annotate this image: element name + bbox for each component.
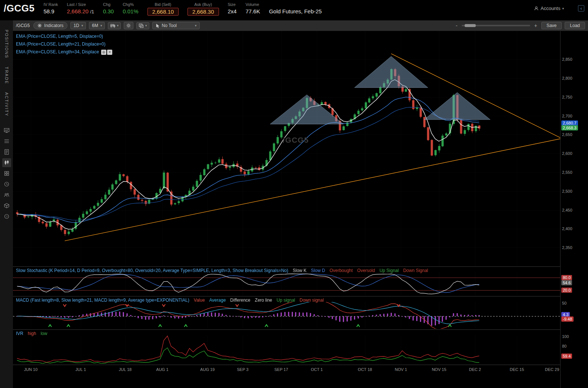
save-button[interactable]: Save xyxy=(541,22,562,29)
ivr-title[interactable]: IVR xyxy=(16,331,23,336)
time-axis-label: SEP 3 xyxy=(237,367,249,372)
macd-chart-canvas[interactable] xyxy=(13,302,560,329)
toolbar-symbol: /GCG5 xyxy=(16,23,30,28)
sidebar-tab-activity[interactable]: ACTIVITY xyxy=(4,88,9,121)
ivr-chart-canvas[interactable] xyxy=(13,335,560,364)
study-label-ema34[interactable]: EMA (Price=CLOSE, Length=34, Displace × xyxy=(16,48,112,56)
symbol-title: /GCG5 xyxy=(4,3,34,14)
legend-item: Down Signal xyxy=(403,268,428,273)
study-label-ema21[interactable]: EMA (Price=CLOSE, Length=21, Displace=0) xyxy=(16,40,112,48)
panel-divider[interactable] xyxy=(13,329,588,330)
ask-label: Ask (Buy) xyxy=(194,2,212,7)
zoom-slider-handle[interactable] xyxy=(465,24,476,27)
sidebar-tab-positions[interactable]: POSITIONS xyxy=(4,26,9,63)
stochastic-chart-canvas[interactable] xyxy=(13,272,560,295)
collapse-panel-button[interactable]: ‹ xyxy=(578,5,584,11)
chart-settings-button[interactable] xyxy=(124,22,133,29)
legend-item: Difference xyxy=(230,298,250,303)
price-axis-label: 2,700 xyxy=(562,114,572,118)
chevron-down-icon: ▾ xyxy=(100,24,102,27)
chg-label: Chg xyxy=(103,2,114,7)
trading-platform-window: /GCG5 IV Rank 58.9 Last / Size 2,668.20 … xyxy=(0,0,588,388)
chart-type-dropdown[interactable]: ▾ xyxy=(108,22,121,29)
study-settings-button[interactable] xyxy=(101,50,106,55)
macd-axis-label: 50 xyxy=(562,301,567,305)
chart-icon[interactable] xyxy=(2,158,11,167)
sidebar-icon-strip: ? xyxy=(2,126,11,221)
stochastic-legend: Slow Stochastic (K Period=14, D Period=9… xyxy=(16,268,428,273)
bid-field: Bid (Sell) 2,668.10 xyxy=(147,2,179,16)
ivr-axis-label: 100 xyxy=(562,334,569,339)
price-axis[interactable]: 2,8502,8002,7502,7002,6502,6002,5502,500… xyxy=(560,31,588,388)
range-dropdown[interactable]: 6M ▾ xyxy=(89,22,105,29)
chg-pct-value: 0.01% xyxy=(123,8,139,15)
last-size-label: Last / Size xyxy=(67,2,94,7)
price-axis-label: 2,450 xyxy=(562,208,572,212)
load-button[interactable]: Load xyxy=(565,22,585,29)
help-icon[interactable]: ? xyxy=(2,212,11,221)
legend-item: Up Signal xyxy=(379,268,399,273)
svg-text:?: ? xyxy=(6,215,7,218)
drawing-tool-dropdown[interactable]: No Tool ▾ xyxy=(152,22,200,29)
price-axis-label: 2,650 xyxy=(562,132,572,137)
time-axis-label: JUL 1 xyxy=(76,367,86,372)
macd-legend-items: ValueAverageDifferenceZero lineUp signal… xyxy=(194,298,324,303)
study-label-ema5[interactable]: EMA (Price=CLOSE, Length=5, Displace=0) xyxy=(16,33,112,40)
history-clock-icon[interactable] xyxy=(2,180,11,189)
apps-grid-icon[interactable] xyxy=(2,169,11,178)
community-icon[interactable] xyxy=(2,190,11,199)
layers-icon xyxy=(139,23,144,28)
iv-rank-label: IV Rank xyxy=(43,2,58,7)
chg-value: 0.30 xyxy=(103,8,114,15)
study-labels: EMA (Price=CLOSE, Length=5, Displace=0) … xyxy=(16,33,112,56)
bid-button[interactable]: 2,668.10 xyxy=(147,8,179,16)
panel-divider[interactable] xyxy=(13,266,588,267)
chart-toolbar: /GCG5 Indicators 1D ▾ 6M ▾ ▾ ▾ No Tool xyxy=(13,20,588,31)
legend-item: Up signal xyxy=(276,298,295,303)
time-axis[interactable]: JUN 10JUL 1JUL 18AUG 1AUG 19SEP 3SEP 17O… xyxy=(13,365,560,374)
price-axis-label: 2,500 xyxy=(562,189,572,193)
macd-title[interactable]: MACD (Fast length=8, Slow length=21, MAC… xyxy=(16,298,189,303)
products-box-icon[interactable] xyxy=(2,201,11,210)
indicators-button[interactable]: Indicators xyxy=(33,22,67,29)
person-icon xyxy=(534,6,539,11)
ivr-legend: IVR highlow xyxy=(16,331,47,336)
candle-chart-icon xyxy=(110,23,115,28)
chevron-down-icon: ▾ xyxy=(562,7,564,10)
monitor-chart-icon[interactable] xyxy=(2,126,11,135)
notes-icon[interactable] xyxy=(2,147,11,156)
time-axis-label: AUG 1 xyxy=(156,367,169,372)
timeframe-dropdown[interactable]: 1D ▾ xyxy=(70,22,86,29)
study-remove-button[interactable]: × xyxy=(107,50,112,55)
indicators-label: Indicators xyxy=(44,23,63,28)
layout-dropdown[interactable]: ▾ xyxy=(136,22,149,29)
zoom-out-button[interactable]: - xyxy=(455,23,459,29)
size-value: 2x4 xyxy=(228,8,237,15)
stochastic-title[interactable]: Slow Stochastic (K Period=14, D Period=9… xyxy=(16,268,288,273)
price-axis-label: 2,800 xyxy=(562,76,572,80)
left-sidebar: POSITIONSTRADEACTIVITY ? xyxy=(0,20,13,388)
zoom-in-button[interactable]: + xyxy=(533,23,538,29)
legend-item: Slow D xyxy=(311,268,325,273)
chart-watermark: /GCG5 xyxy=(283,136,309,145)
cursor-icon xyxy=(155,23,159,28)
chg-field: Chg 0.30 xyxy=(103,2,114,15)
zoom-slider[interactable] xyxy=(462,25,530,26)
chg-pct-field: Chg% 0.01% xyxy=(123,2,139,15)
iv-rank-field: IV Rank 58.9 xyxy=(43,2,58,15)
legend-item: Zero line xyxy=(255,298,272,303)
panel-divider[interactable] xyxy=(13,296,588,296)
accounts-menu[interactable]: Accounts ▾ xyxy=(534,6,564,11)
time-axis-label: OCT 1 xyxy=(311,367,323,372)
price-chart-canvas[interactable] xyxy=(13,31,560,266)
quote-header: /GCG5 IV Rank 58.9 Last / Size 2,668.20 … xyxy=(0,0,588,20)
iv-rank-value: 58.9 xyxy=(43,8,58,15)
chevron-down-icon: ▾ xyxy=(145,24,147,27)
tool-label: No Tool xyxy=(162,23,177,28)
ask-button[interactable]: 2,668.30 xyxy=(187,8,219,16)
time-axis-label: NOV 15 xyxy=(432,367,446,372)
price-axis-label: 2,750 xyxy=(562,95,572,99)
sidebar-tab-trade[interactable]: TRADE xyxy=(4,63,9,88)
watchlist-icon[interactable] xyxy=(2,137,11,146)
price-axis-label: 2,850 xyxy=(562,57,572,62)
